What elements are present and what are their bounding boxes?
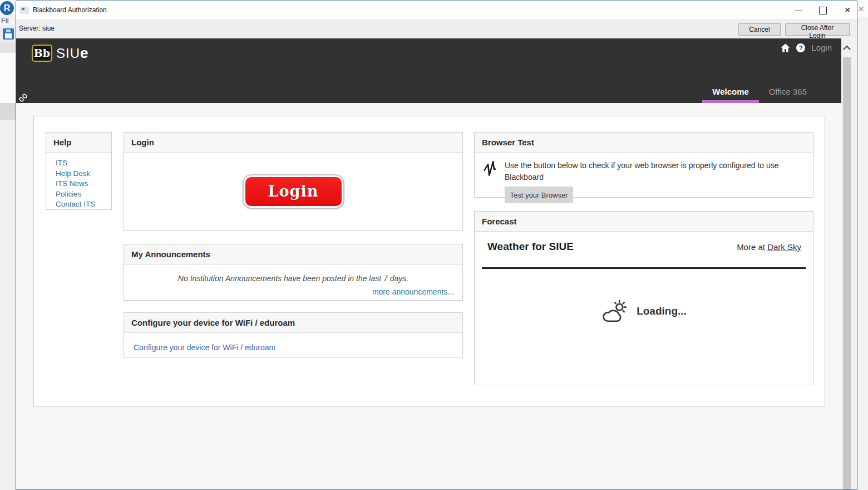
background-file-menu[interactable]: Fil (1, 16, 9, 24)
tab-bar: Welcome Office 365 (702, 87, 817, 103)
loading-text: Loading... (637, 305, 687, 317)
announcements-module-title: My Announcements (124, 244, 462, 264)
rstudio-logo-icon: R (0, 1, 14, 15)
background-band (0, 103, 16, 120)
server-bar: Server: siue Cancel Close After Login (16, 19, 857, 38)
close-button[interactable]: ✕ (844, 6, 851, 14)
link-policies[interactable]: Policies (56, 189, 111, 199)
embedded-browser: Bb SIUe ? Login Welcome Office 365 (16, 38, 857, 489)
tab-office-365[interactable]: Office 365 (759, 87, 817, 103)
background-band (0, 53, 16, 103)
browser-test-module-title: Browser Test (475, 133, 813, 153)
header-login-link[interactable]: Login (811, 43, 832, 52)
window-title: Blackboard Authorization (33, 6, 107, 14)
forecast-divider (482, 267, 806, 269)
site-logo[interactable]: Bb SIUe (32, 45, 88, 62)
save-icon[interactable] (3, 28, 14, 40)
background-app-strip: R Fil (0, 0, 16, 490)
dark-sky-link[interactable]: Dark Sky (767, 242, 801, 252)
blackboard-authorization-window: Blackboard Authorization ✕ Server: siue … (16, 1, 857, 490)
cancel-button[interactable]: Cancel (738, 23, 781, 36)
home-icon[interactable] (781, 43, 790, 52)
tab-welcome[interactable]: Welcome (702, 87, 759, 103)
siue-logo-text: SIUe (56, 45, 88, 62)
forecast-module-title: Forecast (475, 212, 813, 232)
link-its-news[interactable]: ITS News (56, 179, 111, 189)
login-button[interactable]: Login (243, 174, 344, 209)
scrollbar-gap (852, 38, 857, 489)
scrollbar-thumb[interactable] (843, 57, 851, 489)
browser-test-module: Browser Test Use the button below to che… (474, 132, 813, 198)
partly-cloudy-icon (601, 300, 628, 323)
siue-logo-e: e (80, 45, 88, 61)
help-module: Help ITS Help Desk ITS News Policies Con… (46, 132, 112, 210)
site-header: Bb SIUe ? Login Welcome Office 365 (16, 38, 841, 103)
close-after-login-button[interactable]: Close After Login (785, 23, 850, 36)
announcements-module: My Announcements No Institution Announce… (124, 244, 463, 301)
weather-more: More at Dark Sky (737, 242, 801, 252)
weather-heading: Weather for SIUE (487, 241, 574, 253)
background-close-icon[interactable]: ✕ (858, 4, 865, 13)
link-help-desk[interactable]: Help Desk (56, 169, 111, 179)
announcements-empty-text: No Institution Announcements have been p… (124, 274, 462, 283)
login-button-label: Login (245, 177, 342, 206)
content-panel: Help ITS Help Desk ITS News Policies Con… (33, 116, 825, 407)
more-announcements-link[interactable]: more announcements... (372, 287, 454, 296)
forecast-module: Forecast Weather for SIUE More at Dark S… (474, 211, 813, 385)
window-icon (21, 7, 28, 13)
wifi-module: Configure your device for WiFi / eduroam… (124, 312, 463, 357)
maximize-button[interactable] (819, 6, 827, 14)
background-band (0, 120, 16, 490)
minimize-button[interactable] (795, 6, 802, 14)
title-bar[interactable]: Blackboard Authorization ✕ (16, 1, 857, 19)
link-its[interactable]: ITS (56, 158, 111, 168)
server-label: Server: siue (19, 24, 55, 32)
test-your-browser-button[interactable]: Test your Browser (505, 187, 573, 203)
help-icon[interactable]: ? (796, 43, 805, 52)
login-module-title: Login (124, 133, 462, 153)
wifi-module-title: Configure your device for WiFi / eduroam (124, 313, 462, 333)
wifi-configure-link[interactable]: Configure your device for WiFi / eduroam (134, 343, 275, 352)
siue-logo-siu: SIU (56, 46, 80, 61)
scroll-up-icon[interactable] (842, 44, 851, 52)
help-module-title: Help (46, 133, 111, 153)
background-band (0, 42, 16, 53)
link-contact-its[interactable]: Contact ITS (56, 199, 111, 209)
pulse-icon (484, 161, 497, 176)
login-module: Login Login (124, 132, 463, 231)
quick-links-icon[interactable] (18, 93, 28, 102)
scrollbar[interactable] (841, 38, 852, 489)
browser-test-description: Use the button below to check if your we… (505, 160, 786, 183)
background-app-strip (857, 0, 868, 490)
more-at-text: More at (737, 242, 767, 252)
blackboard-logo-icon: Bb (32, 45, 52, 62)
